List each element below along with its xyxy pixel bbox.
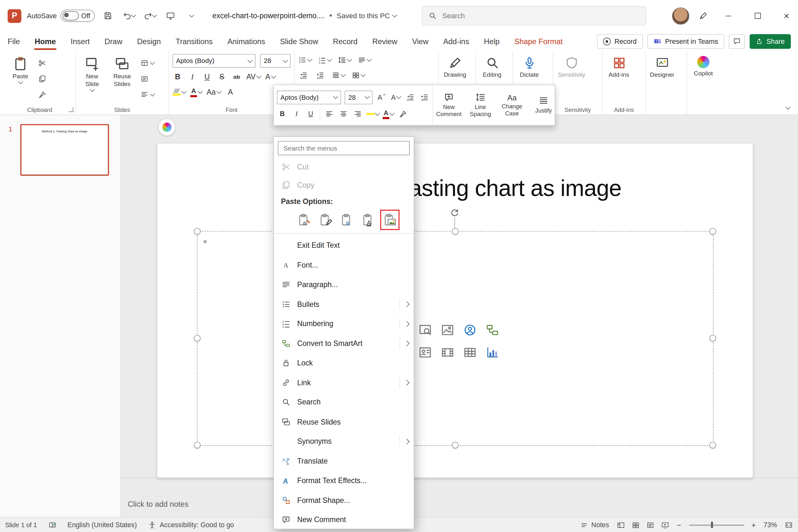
mini-bold-button[interactable]: B [277,108,287,120]
mini-highlight-button[interactable] [366,108,379,120]
save-status-menu[interactable]: Saved to this PC [337,12,396,20]
insert-table-button[interactable] [458,341,481,363]
mini-italic-button[interactable]: I [291,108,302,120]
slide-canvas[interactable]: Method 1: Pasting chart as image [157,143,753,478]
shrink-font-button[interactable]: A [391,92,401,103]
context-menu-item[interactable]: Reuse Slides [274,412,414,432]
mini-decrease-indent-button[interactable] [404,92,415,103]
copilot-slide-button[interactable] [158,119,175,136]
context-menu-item[interactable]: Search [274,392,414,412]
ribbon-tab[interactable]: Draw [104,32,123,50]
mini-align-right-button[interactable] [352,108,363,120]
align-text-button[interactable] [332,69,345,81]
increase-indent-button[interactable] [315,69,325,81]
reading-view-button[interactable] [646,521,654,529]
font-color-button[interactable]: A [190,86,202,98]
bullets-button[interactable] [298,54,311,66]
justify-button[interactable]: Justify [528,85,559,125]
context-menu-item[interactable]: New Comment [274,510,414,529]
notes-placeholder[interactable]: Click to add notes [128,500,189,508]
insert-stock-images-button[interactable] [414,319,436,341]
strikethrough-button[interactable]: S [217,71,227,83]
ribbon-tab[interactable]: Animations [227,32,266,50]
mini-format-painter-button[interactable] [397,108,408,120]
zoom-in-button[interactable]: + [751,520,756,529]
grow-font-button[interactable]: A^ [376,92,386,103]
mini-font-size-combo[interactable]: 28 [345,91,373,104]
zoom-out-button[interactable]: − [677,520,681,529]
numbering-button[interactable] [318,54,331,66]
slide-thumbnail[interactable]: Method 1: Pasting chart as image [20,124,109,175]
insert-smartart-button[interactable] [481,319,503,341]
mini-font-color-button[interactable]: A [383,108,394,120]
italic-button[interactable]: I [187,71,197,83]
ribbon-tab[interactable]: Transitions [175,32,213,50]
context-menu-item[interactable]: Numbering [274,314,414,334]
line-spacing-button[interactable] [338,54,351,66]
context-menu-item[interactable]: Paragraph... [274,275,414,294]
ribbon-tab[interactable]: Help [483,32,500,50]
zoom-slider[interactable] [689,524,744,525]
slide-layout-button[interactable] [139,57,155,70]
insert-cameo-button[interactable] [458,319,481,341]
notes-toggle-button[interactable]: Notes [581,521,609,529]
underline-button[interactable]: U [202,71,212,83]
redo-button[interactable] [142,8,158,23]
context-menu-item[interactable]: Font... [274,255,414,274]
zoom-slider-thumb[interactable] [711,522,713,529]
slide-sorter-view-button[interactable] [631,521,640,529]
context-menu-item[interactable]: Link [274,373,414,392]
paste-keep-source-formatting-icon[interactable] [296,211,312,229]
resize-handle-middle-right[interactable] [709,335,716,341]
insert-contact-card-button[interactable] [414,341,436,363]
text-direction-button[interactable] [358,54,371,66]
copy-button[interactable] [36,72,49,86]
insert-pictures-button[interactable] [436,319,458,341]
ribbon-tab[interactable]: File [7,32,20,50]
new-comment-button[interactable]: New Comment [433,85,465,125]
reset-slide-button[interactable] [139,72,155,86]
start-presentation-button[interactable] [163,8,178,23]
paste-keep-text-only-icon[interactable] [360,211,377,229]
context-menu-item[interactable]: Exit Edit Text [274,235,414,255]
ribbon-tab[interactable]: Add-ins [443,32,470,50]
resize-handle-bottom-center[interactable] [452,442,459,449]
ribbon-tab[interactable]: Review [372,32,398,50]
maximize-button[interactable] [746,0,769,32]
record-button[interactable]: Record [597,34,643,49]
ribbon-tab[interactable]: Design [136,32,162,50]
new-slide-button[interactable]: New Slide [79,54,105,104]
insert-chart-button[interactable] [481,341,503,363]
ribbon-tab[interactable]: Insert [70,32,90,50]
share-button[interactable]: Share [750,34,791,49]
bold-button[interactable]: B [173,71,183,83]
slide-title-text[interactable]: Method 1: Pasting chart as image [157,175,753,202]
avatar[interactable] [672,7,690,25]
customize-quick-access-button[interactable] [184,8,199,23]
font-size-combo[interactable]: 28 [260,54,291,68]
designer-button[interactable]: Designer [649,54,675,104]
reuse-slides-button[interactable]: Reuse Slides [108,54,137,104]
context-menu-item[interactable]: Format Text Effects... [274,471,414,490]
context-menu-item[interactable]: Convert to SmartArt [274,334,414,353]
character-spacing-button[interactable]: AV [246,71,261,83]
change-case-button[interactable]: Aa [207,86,221,98]
context-menu-item[interactable]: Format Shape... [274,491,414,510]
context-menu-item[interactable]: Bullets [274,294,414,314]
columns-button[interactable] [352,69,365,81]
slideshow-view-button[interactable] [661,521,669,529]
close-button[interactable]: × [775,0,798,32]
paste-as-picture-icon[interactable] [382,211,398,229]
paste-button[interactable]: Paste [8,54,33,104]
clipboard-dialog-launcher[interactable] [69,108,73,112]
context-menu-item[interactable]: Translate [274,451,414,471]
addins-button[interactable]: Add-ins [606,54,632,104]
highlight-color-button[interactable] [173,86,186,98]
change-case-button[interactable]: Aa Change Case [496,85,528,125]
resize-handle-top-left[interactable] [194,228,201,235]
menu-search-box[interactable] [278,141,410,155]
mini-align-center-button[interactable] [338,108,348,120]
insert-video-button[interactable] [436,341,458,363]
mini-font-name-combo[interactable]: Aptos (Body) [277,91,341,104]
mini-align-left-button[interactable] [324,108,334,120]
